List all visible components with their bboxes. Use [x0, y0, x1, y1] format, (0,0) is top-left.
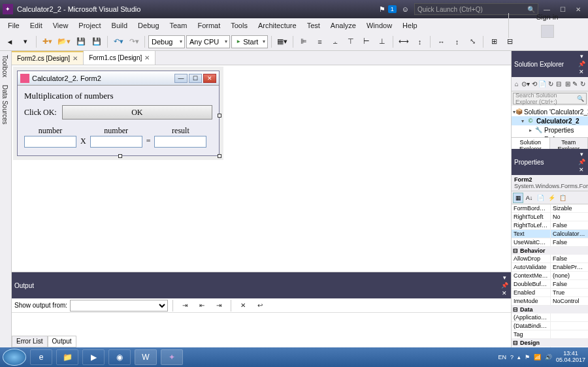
prop-events-icon[interactable]: ⚡ [546, 193, 557, 203]
save-button[interactable]: 💾 [74, 35, 88, 49]
output-next-button[interactable]: ⇥ [212, 298, 226, 313]
se-filter-icon[interactable]: 📄 [538, 79, 546, 89]
align-mid-button[interactable]: ⊢ [359, 35, 374, 49]
resize-handle-e[interactable] [218, 114, 221, 118]
form-designer[interactable]: Calculator2_2. Form2 — ☐ ✕ Multiplicatio… [17, 71, 220, 156]
center-h-button[interactable]: ⊞ [487, 35, 501, 49]
prop-object-selector[interactable]: Form2 System.Windows.Forms.Form▾ [512, 175, 588, 191]
open-button[interactable]: 📂▾ [56, 35, 73, 49]
property-row[interactable]: RightToLeftNo [512, 213, 588, 221]
taskbar-explorer[interactable]: 📁 [56, 349, 78, 365]
se-close-icon[interactable]: ✕ [578, 68, 585, 76]
tray-flag-icon[interactable]: ⚑ [525, 354, 530, 360]
align-center-button[interactable]: ≡ [312, 35, 327, 49]
output-from-combo[interactable] [70, 300, 168, 311]
resize-handle-se[interactable] [218, 154, 221, 158]
output-pin-icon[interactable]: 📌 [500, 281, 508, 289]
property-row[interactable]: UseWaitCursorFalse [512, 238, 588, 247]
property-row[interactable]: Tag [512, 330, 588, 339]
signin-link[interactable]: Sign in [536, 13, 559, 21]
taskbar-media[interactable]: ▶ [82, 349, 105, 365]
platform-combo[interactable]: Any CPU [186, 35, 230, 48]
prop-close-icon[interactable]: ✕ [578, 166, 585, 174]
nav-back-button[interactable]: ◄ [3, 35, 17, 49]
doc-tab[interactable]: Form1.cs [Design]✕ [84, 51, 155, 65]
properties-node[interactable]: ▸🔧Properties [512, 125, 588, 135]
taskbar-ie[interactable]: e [30, 349, 52, 365]
taskbar-word[interactable]: W [135, 349, 157, 365]
hspace-button[interactable]: ⟷ [397, 35, 411, 49]
property-row[interactable]: FormBorderStyleSizable [512, 204, 588, 213]
property-row[interactable]: ImeModeNoControl [512, 297, 588, 306]
project-node[interactable]: ▾©Calculator2_2 [512, 116, 588, 125]
datasources-tab[interactable]: Data Sources [0, 81, 11, 129]
property-category[interactable]: ⊟Data [512, 306, 588, 313]
taskbar-vs[interactable]: ✦ [161, 349, 183, 365]
prop-alpha-icon[interactable]: A↓ [524, 193, 534, 203]
property-row[interactable]: TextCalculator2_2. Fo [512, 230, 588, 238]
doc-tab[interactable]: Form2.cs [Design]✕ [12, 51, 84, 65]
menu-edit[interactable]: Edit [25, 20, 48, 31]
toolbox-tab[interactable]: Toolbox [0, 51, 11, 81]
input-result[interactable] [154, 136, 206, 148]
menu-format[interactable]: Format [192, 20, 225, 31]
se-home-icon[interactable]: ⌂ [514, 79, 520, 89]
menu-debug[interactable]: Debug [133, 20, 164, 31]
se-tab-solution[interactable]: Solution Explorer [512, 138, 550, 149]
menu-architecture[interactable]: Architecture [253, 20, 302, 31]
form-close-button[interactable]: ✕ [203, 74, 216, 83]
output-wrap-button[interactable]: ↩ [253, 298, 267, 313]
align-right-button[interactable]: ⫠ [328, 35, 342, 49]
undo-button[interactable]: ↶▾ [111, 35, 125, 49]
menu-analyze[interactable]: Analyze [325, 20, 361, 31]
redo-button[interactable]: ↷▾ [127, 35, 141, 49]
se-refresh-icon[interactable]: ↻ [547, 79, 554, 89]
se-tab-team[interactable]: Team Explorer [550, 138, 589, 149]
taskbar-app[interactable]: ◉ [108, 349, 131, 365]
menu-view[interactable]: View [48, 20, 74, 31]
start-button[interactable]: Start [231, 35, 268, 48]
tab-close-icon[interactable]: ✕ [144, 54, 150, 61]
prop-pin-icon[interactable]: 📌 [578, 158, 585, 166]
prop-pages-icon[interactable]: 📋 [557, 193, 568, 203]
menu-help[interactable]: Help [397, 20, 423, 31]
user-icon[interactable] [541, 25, 554, 38]
property-row[interactable]: ContextMenuStrip(none) [512, 272, 588, 280]
feedback-icon[interactable]: ☺ [402, 5, 409, 13]
menu-build[interactable]: Build [106, 20, 133, 31]
sizeboth-button[interactable]: ⤡ [465, 35, 480, 49]
sizeh-button[interactable]: ↕ [449, 35, 464, 49]
menu-tools[interactable]: Tools [225, 20, 253, 31]
se-preview-icon[interactable]: ↻ [580, 79, 586, 89]
ok-button[interactable]: OK [62, 105, 212, 120]
tray-clock[interactable]: 13:41 05.04.2017 [556, 351, 585, 364]
align-btn[interactable]: ▦▾ [275, 35, 289, 49]
save-all-button[interactable]: 💾 [90, 35, 104, 49]
output-textarea[interactable] [12, 313, 511, 336]
property-row[interactable]: EnabledTrue [512, 289, 588, 297]
start-button-win[interactable] [3, 349, 26, 366]
output-tab[interactable]: Output [48, 336, 76, 347]
align-bot-button[interactable]: ⊥ [375, 35, 389, 49]
tray-arrow-icon[interactable]: ▴ [517, 354, 521, 360]
se-search[interactable]: Search Solution Explorer (Ctrl+;)🔍 [513, 93, 587, 104]
property-category[interactable]: ⊟Design [512, 339, 588, 347]
menu-team[interactable]: Team [165, 20, 193, 31]
notification-area[interactable]: ⚑ 1 ☺ [379, 5, 409, 14]
se-dropdown-icon[interactable]: ▾ [578, 52, 585, 60]
property-row[interactable]: AutoValidateEnablePreventFoc [512, 263, 588, 272]
tab-close-icon[interactable]: ✕ [73, 55, 78, 62]
sizew-button[interactable]: ↔ [434, 35, 448, 49]
nav-fwd-button[interactable]: ▾ [18, 35, 33, 49]
align-left-button[interactable]: ⊫ [297, 35, 311, 49]
prop-props-icon[interactable]: 📄 [535, 193, 546, 203]
form-min-button[interactable]: — [174, 74, 188, 83]
design-surface[interactable]: Calculator2_2. Form2 — ☐ ✕ Multiplicatio… [12, 65, 511, 272]
prop-dropdown-icon[interactable]: ▾ [578, 150, 585, 158]
resize-handle-s[interactable] [118, 154, 122, 158]
menu-window[interactable]: Window [361, 20, 397, 31]
output-prev-button[interactable]: ⇤ [195, 298, 209, 313]
menu-test[interactable]: Test [302, 20, 325, 31]
se-pin-icon[interactable]: 📌 [578, 60, 585, 68]
output-goto-button[interactable]: ⇥ [178, 298, 192, 313]
